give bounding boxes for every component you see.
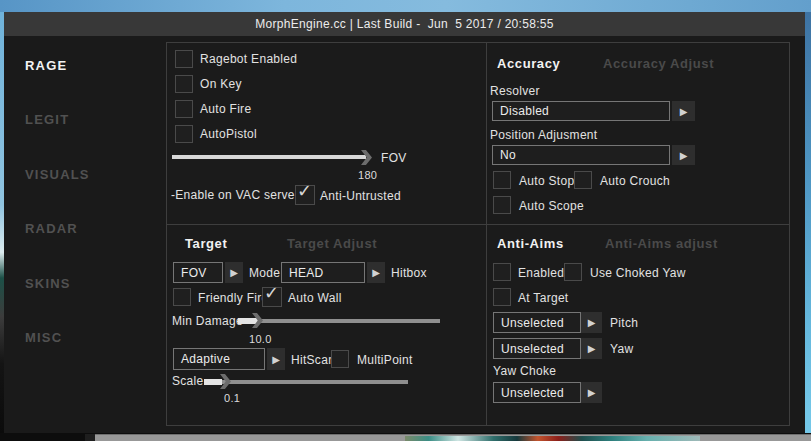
ragebot-enabled-checkbox[interactable]	[175, 50, 193, 68]
yaw-choke-dropdown[interactable]: Unselected	[493, 382, 581, 403]
auto-fire-checkbox[interactable]	[175, 100, 193, 118]
sidebar-item-rage[interactable]: RAGE	[25, 58, 67, 73]
mode-dropdown[interactable]: FOV	[173, 262, 223, 283]
yaw-choke-dropdown-value: Unselected	[501, 386, 564, 400]
sidebar-item-skins[interactable]: SKINS	[25, 276, 71, 291]
auto-crouch-checkbox[interactable]	[574, 171, 592, 189]
target-title: Target	[185, 236, 227, 251]
mode-dropdown-value: FOV	[181, 266, 207, 280]
mode-dropdown-button[interactable]: ▶	[225, 262, 243, 283]
hitscan-dropdown-value: Adaptive	[181, 352, 230, 366]
dropdown-arrow-icon: ▶	[588, 343, 596, 354]
titlebar[interactable]: MorphEngine.cc | Last Build - Jun 5 2017…	[4, 12, 805, 36]
friendly-fire-label: Friendly Fire	[198, 291, 269, 305]
sidebar-item-radar[interactable]: RADAR	[25, 221, 78, 236]
yaw-dropdown-button[interactable]: ▶	[581, 338, 602, 359]
fov-slider-track[interactable]	[172, 155, 366, 159]
wallpaper-top-strip	[0, 0, 811, 12]
desktop: MorphEngine.cc | Last Build - Jun 5 2017…	[0, 0, 811, 441]
dropdown-arrow-icon: ▶	[588, 317, 596, 328]
auto-stop-label: Auto Stop	[519, 174, 574, 188]
resolver-label: Resolver	[490, 84, 540, 98]
pitch-label: Pitch	[610, 316, 638, 330]
yaw-choke-dropdown-button[interactable]: ▶	[581, 382, 602, 403]
scale-value: 0.1	[224, 392, 240, 404]
autopistol-checkbox[interactable]	[175, 125, 193, 143]
auto-scope-checkbox[interactable]	[493, 196, 511, 214]
sidebar-item-misc[interactable]: MISC	[25, 330, 62, 345]
dropdown-arrow-icon: ▶	[230, 267, 238, 278]
accuracy-title: Accuracy	[497, 56, 560, 71]
hitbox-label: Hitbox	[391, 266, 427, 280]
position-adjustment-label: Position Adjusment	[490, 128, 597, 142]
on-key-checkbox[interactable]	[175, 75, 193, 93]
multipoint-label: MultiPoint	[357, 353, 413, 367]
position-adjustment-dropdown[interactable]: No	[492, 145, 670, 165]
position-adjustment-dropdown-button[interactable]: ▶	[672, 145, 695, 165]
fov-slider-label: FOV	[381, 151, 407, 165]
anti-aims-title: Anti-Aims	[497, 236, 564, 251]
scale-label: Scale	[172, 374, 204, 388]
scale-slider-fill	[204, 379, 222, 385]
auto-fire-label: Auto Fire	[200, 102, 251, 116]
mode-label: Mode	[249, 266, 280, 280]
yaw-dropdown-value: Unselected	[501, 342, 564, 356]
dropdown-arrow-icon: ▶	[588, 387, 596, 398]
yaw-choke-label: Yaw Choke	[493, 364, 556, 378]
hitbox-dropdown-value: HEAD	[289, 266, 324, 280]
min-damage-value: 10.0	[249, 333, 272, 345]
anti-untrusted-checkbox[interactable]: ✓	[295, 185, 315, 205]
min-damage-slider-track[interactable]	[238, 319, 440, 323]
at-target-label: At Target	[518, 291, 569, 305]
hitbox-dropdown[interactable]: HEAD	[281, 262, 365, 283]
horizontal-divider	[166, 224, 790, 225]
dropdown-arrow-icon: ▶	[372, 267, 380, 278]
ragebot-enabled-label: Ragebot Enabled	[200, 52, 297, 66]
auto-stop-checkbox[interactable]	[493, 171, 511, 189]
position-adjustment-dropdown-value: No	[500, 148, 516, 162]
accuracy-subtitle: Accuracy Adjust	[603, 56, 714, 71]
resolver-dropdown-button[interactable]: ▶	[672, 101, 695, 121]
at-target-checkbox[interactable]	[493, 288, 511, 306]
use-choked-yaw-checkbox[interactable]	[564, 263, 582, 281]
anti-untrusted-label: Anti-Untrusted	[320, 189, 401, 203]
multipoint-checkbox[interactable]	[331, 350, 349, 368]
target-subtitle: Target Adjust	[287, 236, 377, 251]
anti-aims-subtitle: Anti-Aims adjust	[605, 236, 718, 251]
pitch-dropdown-value: Unselected	[501, 316, 564, 330]
anti-aims-enabled-label: Enabled	[518, 266, 564, 280]
on-key-label: On Key	[200, 77, 242, 91]
hitscan-label: HitScan	[291, 353, 335, 367]
min-damage-slider-fill	[238, 318, 258, 324]
pitch-dropdown-button[interactable]: ▶	[581, 312, 602, 333]
pitch-dropdown[interactable]: Unselected	[493, 312, 581, 333]
auto-wall-label: Auto Wall	[288, 291, 342, 305]
friendly-fire-checkbox[interactable]	[173, 288, 191, 306]
dropdown-arrow-icon: ▶	[680, 106, 688, 117]
use-choked-yaw-label: Use Choked Yaw	[590, 266, 686, 280]
fov-slider-value: 180	[358, 169, 377, 181]
vertical-divider	[486, 42, 487, 426]
scale-slider-track[interactable]	[204, 380, 408, 384]
yaw-dropdown[interactable]: Unselected	[493, 338, 581, 359]
background-window-sliver	[405, 436, 700, 441]
hitbox-dropdown-button[interactable]: ▶	[367, 262, 385, 283]
auto-scope-label: Auto Scope	[519, 199, 584, 213]
dropdown-arrow-icon: ▶	[272, 354, 280, 365]
taskbar-notch	[85, 434, 95, 441]
dropdown-arrow-icon: ▶	[680, 150, 688, 161]
hitscan-dropdown-button[interactable]: ▶	[267, 348, 285, 370]
window-title: MorphEngine.cc | Last Build - Jun 5 2017…	[255, 17, 554, 31]
sidebar-item-legit[interactable]: LEGIT	[25, 112, 69, 127]
hitscan-dropdown[interactable]: Adaptive	[173, 348, 265, 370]
sidebar-item-visuals[interactable]: VISUALS	[25, 167, 90, 182]
resolver-dropdown-value: Disabled	[500, 104, 549, 118]
vac-note-label: -Enable on VAC servers	[171, 188, 305, 202]
resolver-dropdown[interactable]: Disabled	[492, 101, 670, 121]
auto-crouch-label: Auto Crouch	[600, 174, 670, 188]
wallpaper-right-strip	[805, 12, 811, 433]
checkmark-icon: ✓	[297, 180, 312, 202]
auto-wall-checkbox[interactable]: ✓	[262, 287, 282, 307]
anti-aims-enabled-checkbox[interactable]	[493, 263, 511, 281]
yaw-label: Yaw	[610, 342, 633, 356]
